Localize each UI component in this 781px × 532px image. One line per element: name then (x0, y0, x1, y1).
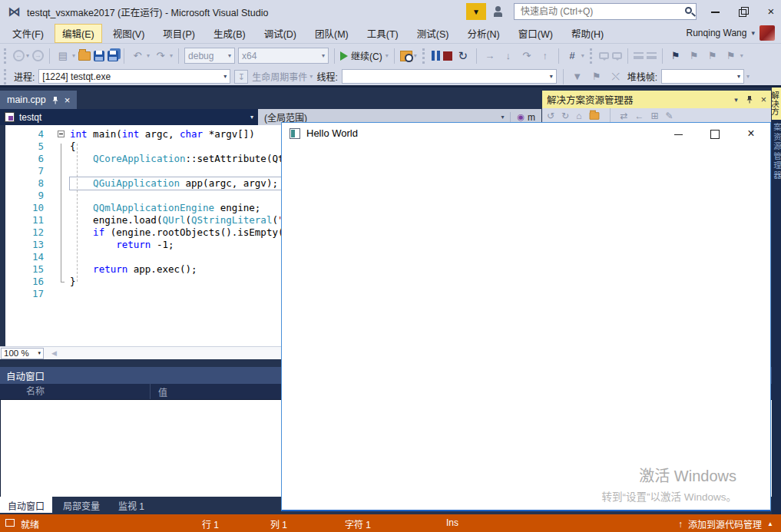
navigate-back-dropdown-icon[interactable]: ▾ (26, 52, 29, 59)
stack-frame-combo[interactable]: ▾ (661, 69, 744, 84)
hw-maximize-button[interactable] (710, 128, 720, 139)
restart-icon[interactable]: ↻ (455, 48, 471, 64)
column-name[interactable]: 名称 (0, 384, 151, 399)
close-tab-icon[interactable]: × (65, 94, 71, 106)
previous-bookmark-icon[interactable]: ⚑ (687, 48, 702, 64)
solution-explorer-title-bar[interactable]: 解决方案资源管理器 ▾ × (542, 91, 771, 108)
stop-debugging-icon[interactable] (443, 51, 452, 61)
menu-project[interactable]: 项目(P) (155, 24, 203, 43)
undo-dropdown-icon[interactable]: ▾ (147, 52, 150, 59)
flag-threads-icon[interactable]: ⚑ (589, 69, 604, 84)
feedback-flag-icon[interactable]: ▼ (466, 3, 486, 20)
continue-button[interactable]: 继续(C)▾ (340, 49, 389, 62)
increase-indent-icon[interactable] (647, 52, 657, 59)
editor-toolbar-grip[interactable] (590, 48, 594, 64)
tab-locals[interactable]: 局部变量 (55, 497, 108, 513)
redo-dropdown-icon[interactable]: ▾ (170, 52, 173, 59)
menu-view[interactable]: 视图(V) (105, 24, 153, 43)
lifecycle-events-label[interactable]: 生命周期事件 (252, 70, 307, 83)
menu-debug[interactable]: 调试(D) (256, 24, 304, 43)
menu-edit[interactable]: 编辑(E) (55, 24, 102, 43)
filter-threads-icon[interactable]: ▼ (570, 69, 585, 84)
redo-icon[interactable]: ↷ (153, 48, 168, 64)
debug-overflow-icon[interactable]: ▾ (581, 52, 584, 59)
auto-hide-pin-icon[interactable] (746, 95, 753, 104)
toolbar-grip[interactable] (4, 48, 8, 64)
process-combo[interactable]: [1224] testqt.exe▾ (38, 69, 230, 84)
window-position-icon[interactable]: ▾ (734, 96, 738, 104)
menu-team[interactable]: 团队(M) (307, 24, 356, 43)
toggle-bookmark-icon[interactable]: ⚑ (668, 48, 683, 64)
menu-test[interactable]: 测试(S) (409, 24, 457, 43)
comment-icon[interactable] (599, 52, 609, 59)
docked-tab-solution-explorer[interactable]: 解决方 (772, 88, 781, 120)
se-switch-views-icon[interactable] (590, 112, 600, 120)
hw-close-button[interactable]: × (746, 128, 756, 139)
se-show-all-files-icon[interactable]: ⊞ (650, 111, 658, 121)
solution-config-combo[interactable]: debug▾ (184, 48, 235, 64)
menu-help[interactable]: 帮助(H) (564, 24, 611, 43)
show-next-statement-icon[interactable]: → (482, 48, 498, 64)
lifecycle-dropdown-icon[interactable]: ▾ (309, 73, 313, 80)
open-file-icon[interactable] (78, 51, 91, 61)
break-all-icon[interactable] (432, 51, 440, 61)
menu-tools[interactable]: 工具(T) (359, 24, 406, 43)
tab-autos[interactable]: 自动窗口 (0, 497, 52, 513)
user-name[interactable]: Runqing Wang (687, 28, 747, 38)
user-dropdown-icon[interactable]: ▾ (751, 29, 755, 37)
menu-window[interactable]: 窗口(W) (511, 24, 561, 43)
se-collapse-all-icon[interactable]: ← (634, 111, 644, 121)
restore-button[interactable] (738, 6, 749, 17)
column-value[interactable]: 值 (151, 385, 167, 398)
hw-minimize-button[interactable] (673, 128, 684, 139)
decrease-indent-icon[interactable] (634, 52, 644, 59)
close-button[interactable]: × (766, 6, 776, 17)
se-forward-icon[interactable]: ↻ (561, 111, 569, 121)
uncomment-icon[interactable] (612, 52, 622, 59)
tab-main-cpp[interactable]: main.cpp × (0, 91, 77, 109)
fold-collapse-icon[interactable] (58, 131, 65, 137)
clear-bookmarks-icon[interactable]: ⚑ (723, 48, 739, 64)
suspend-threads-icon[interactable]: ⤬ (608, 69, 624, 84)
save-icon[interactable] (94, 51, 104, 61)
menu-build[interactable]: 生成(B) (206, 24, 253, 43)
step-over-icon[interactable]: ↷ (519, 48, 534, 64)
minimize-button[interactable] (710, 6, 721, 17)
new-file-icon[interactable]: ▤ (55, 48, 71, 64)
toolbar-overflow-icon[interactable]: ▾ (414, 52, 417, 59)
undo-icon[interactable]: ↶ (130, 48, 145, 64)
hscroll-left-arrow-icon[interactable]: ◀ (51, 349, 57, 357)
debug-toolbar-grip[interactable] (422, 48, 426, 64)
se-home-icon[interactable]: ⌂ (576, 111, 581, 121)
navigate-forward-icon[interactable]: → (32, 50, 44, 61)
lifecycle-events-icon[interactable]: ↧ (234, 70, 248, 84)
member-combo[interactable]: ◉ m (510, 112, 535, 123)
project-combo[interactable]: testqt ▾ (0, 109, 258, 125)
hello-world-title-bar[interactable]: Hello World × (282, 123, 770, 144)
add-to-source-control[interactable]: ↑ 添加到源代码管理 ▲ (678, 517, 773, 530)
step-out-icon[interactable]: ↑ (538, 48, 553, 64)
text-editor-overflow-icon[interactable]: ▾ (740, 52, 743, 59)
quick-launch[interactable] (514, 3, 697, 20)
step-into-icon[interactable]: ↓ (501, 48, 516, 64)
find-in-files-icon[interactable] (400, 51, 412, 61)
menu-analyze[interactable]: 分析(N) (459, 24, 507, 43)
send-feedback-icon[interactable] (494, 5, 506, 18)
user-avatar[interactable] (759, 25, 775, 41)
quick-launch-input[interactable] (514, 3, 697, 20)
hex-display-icon[interactable]: # (564, 48, 580, 64)
se-back-icon[interactable]: ↺ (547, 111, 554, 121)
new-file-dropdown-icon[interactable]: ▾ (72, 52, 75, 59)
se-properties-icon[interactable]: ✎ (666, 111, 673, 121)
se-pending-changes-icon[interactable]: ⇄ (620, 111, 627, 121)
menu-file[interactable]: 文件(F) (5, 24, 51, 43)
tab-watch-1[interactable]: 监视 1 (111, 497, 152, 513)
navigate-back-icon[interactable]: ← (13, 50, 25, 61)
solution-platform-combo[interactable]: x64▾ (238, 48, 329, 64)
debug-location-overflow-icon[interactable]: ▾ (746, 73, 750, 80)
next-bookmark-icon[interactable]: ⚑ (705, 48, 720, 64)
thread-combo[interactable]: ▾ (342, 69, 557, 84)
close-panel-icon[interactable]: × (761, 94, 766, 105)
zoom-level-combo[interactable]: 100 %▾ (1, 348, 44, 359)
debug-location-grip[interactable] (4, 69, 8, 84)
